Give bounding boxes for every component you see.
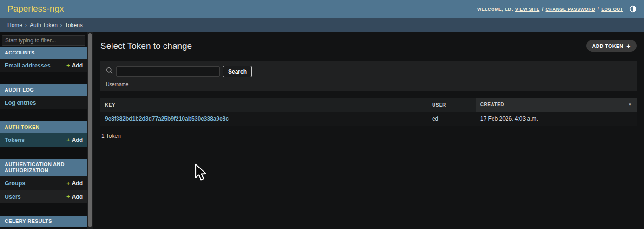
search-field-label: Username [106, 81, 631, 87]
plus-icon: + [66, 193, 70, 200]
sidebar-item-email-addresses[interactable]: Email addresses + Add [0, 59, 87, 72]
separator: / [542, 7, 543, 12]
plus-icon: + [626, 42, 631, 50]
section-header: AUTH TOKEN [0, 121, 87, 133]
sidebar-item-tokens[interactable]: Tokens + Add [0, 133, 87, 147]
section-header: CELERY RESULTS [0, 216, 87, 227]
admin-sidebar: ACCOUNTS Email addresses + Add AUDIT LOG… [0, 32, 93, 229]
sidebar-item-groups[interactable]: Groups + Add [0, 176, 87, 190]
users-link[interactable]: Users [5, 194, 21, 200]
search-input[interactable] [116, 66, 220, 77]
sidebar-section-celery-results: CELERY RESULTS [0, 216, 87, 227]
breadcrumb-section[interactable]: Auth Token [30, 22, 58, 28]
page-title: Select Token to change [100, 41, 192, 51]
add-token-button[interactable]: ADD TOKEN + [586, 40, 637, 52]
column-header-key[interactable]: KEY [100, 98, 427, 112]
breadcrumb-separator: › [25, 22, 27, 28]
log-out-link[interactable]: LOG OUT [601, 7, 623, 12]
sidebar-section-authentication: AUTHENTICATION AND AUTHORIZATION Groups … [0, 159, 87, 203]
token-created-cell: 17 Feb 2026, 4:03 a.m. [476, 112, 637, 126]
add-token-link[interactable]: + Add [66, 136, 83, 143]
token-key-link[interactable]: 9e8f382bd1b2d3d77a25b9f210ab530e338a9e8c [105, 115, 229, 122]
email-addresses-link[interactable]: Email addresses [5, 62, 51, 69]
add-user-link[interactable]: + Add [66, 193, 83, 200]
theme-toggle-icon[interactable] [629, 5, 637, 13]
token-user-cell: ed [427, 112, 476, 126]
app-header: Paperless-ngx WELCOME, ED. VIEW SITE / C… [0, 0, 644, 18]
plus-icon: + [66, 136, 70, 143]
result-count: 1 Token [100, 127, 637, 146]
search-icon [106, 67, 113, 76]
breadcrumb-separator: › [60, 22, 62, 28]
sidebar-section-auth-token: AUTH TOKEN Tokens + Add [0, 121, 87, 147]
section-header: AUDIT LOG [0, 84, 87, 96]
main-content: Select Token to change ADD TOKEN + Searc… [93, 32, 644, 229]
breadcrumb-current: Tokens [65, 22, 83, 28]
add-group-link[interactable]: + Add [66, 180, 83, 187]
user-tools: WELCOME, ED. VIEW SITE / CHANGE PASSWORD… [477, 5, 637, 13]
column-header-user[interactable]: USER [427, 98, 476, 112]
sidebar-section-audit-log: AUDIT LOG Log entries [0, 84, 87, 109]
search-panel: Search Username [100, 61, 637, 91]
search-button[interactable]: Search [223, 66, 252, 77]
tokens-link[interactable]: Tokens [5, 137, 25, 143]
section-header: ACCOUNTS [0, 47, 87, 59]
add-email-address-link[interactable]: + Add [66, 62, 83, 69]
welcome-text: WELCOME, ED. [477, 7, 513, 12]
sidebar-section-accounts: ACCOUNTS Email addresses + Add [0, 47, 87, 72]
breadcrumb: Home › Auth Token › Tokens [0, 18, 644, 32]
sort-caret-icon[interactable]: ▼ [628, 102, 632, 108]
sidebar-scrollbar-thumb[interactable] [88, 33, 92, 227]
sidebar-item-users[interactable]: Users + Add [0, 190, 87, 203]
change-password-link[interactable]: CHANGE PASSWORD [546, 7, 596, 12]
sidebar-item-log-entries[interactable]: Log entries [0, 96, 87, 109]
groups-link[interactable]: Groups [5, 180, 25, 187]
column-header-created[interactable]: ▼ CREATED [476, 98, 637, 112]
plus-icon: + [66, 62, 70, 69]
plus-icon: + [66, 180, 70, 187]
view-site-link[interactable]: VIEW SITE [515, 7, 540, 12]
sidebar-scrollbar[interactable] [87, 32, 93, 229]
app-title: Paperless-ngx [7, 4, 64, 14]
tokens-table: KEY USER ▼ CREATED 9e8f382bd1b2d3d77a25b… [100, 98, 637, 126]
table-row: 9e8f382bd1b2d3d77a25b9f210ab530e338a9e8c… [100, 112, 637, 126]
separator: / [598, 7, 599, 12]
breadcrumb-home[interactable]: Home [7, 22, 22, 28]
section-header: AUTHENTICATION AND AUTHORIZATION [0, 159, 87, 176]
sidebar-filter-input[interactable] [2, 35, 85, 46]
log-entries-link[interactable]: Log entries [5, 100, 36, 106]
